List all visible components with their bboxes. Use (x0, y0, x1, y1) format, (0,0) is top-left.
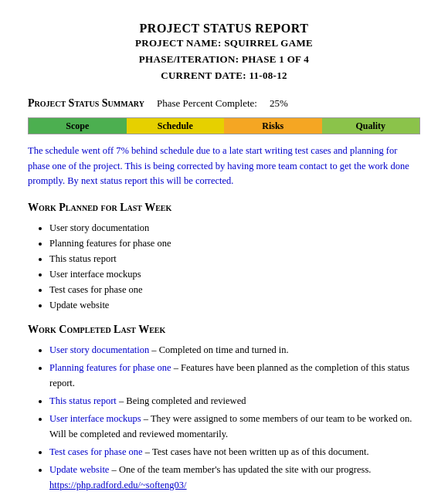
completed-item-desc: – Test cases have not been written up as… (143, 446, 369, 457)
project-name-label: Project Name: (135, 37, 222, 49)
list-item: This status report – Being completed and… (49, 393, 420, 409)
bar-risks: Risks (224, 118, 322, 134)
date-line: Current Date: 11-08-12 (28, 68, 420, 84)
list-item: Test cases for phase one (49, 282, 420, 297)
list-item: User interface mockups (49, 266, 420, 282)
report-header: Project Status Report Project Name: Squi… (28, 22, 420, 83)
completed-item-title: Test cases for phase one (49, 446, 143, 457)
phase-percent-value: 25% (270, 97, 288, 110)
completed-item-desc: – One of the team member's has updated t… (109, 464, 371, 475)
phase-value: Phase 1 of 4 (242, 53, 309, 65)
status-bar: Scope Schedule Risks Quality (28, 117, 420, 134)
phase-line: Phase/Iteration: Phase 1 of 4 (28, 52, 420, 68)
status-summary-label: Project Status Summary (28, 97, 144, 110)
list-item: Planning features for phase one (49, 236, 420, 251)
project-name-value: Squirrel Game (224, 37, 313, 49)
list-item: Update website – One of the team member'… (49, 462, 420, 493)
completed-item-title: Update website (49, 464, 109, 475)
work-completed-heading: Work Completed Last Week (28, 324, 420, 336)
completed-item-title: Planning features for phase one (49, 362, 171, 373)
date-label: Current Date: (161, 70, 246, 81)
phase-label: Phase/Iteration: (139, 53, 239, 65)
list-item: This status report (49, 251, 420, 266)
completed-item-title: This status report (49, 395, 117, 406)
completed-item-title: User story documentation (49, 344, 149, 355)
completed-item-desc: – Completed on time and turned in. (149, 344, 289, 355)
bar-schedule: Schedule (127, 118, 225, 134)
completed-item-desc: – Being completed and reviewed (117, 395, 246, 406)
website-link[interactable]: https://php.radford.edu/~softeng03/ (49, 480, 187, 490)
phase-percent-label: Phase Percent Complete: (157, 97, 257, 110)
status-summary-row: Project Status Summary Phase Percent Com… (28, 97, 420, 110)
summary-text: The schedule went off 7% behind schedule… (28, 144, 420, 188)
work-planned-heading: Work Planned for Last Week (28, 202, 420, 214)
report-title: Project Status Report (28, 22, 420, 36)
completed-item-title: User interface mockups (49, 413, 141, 424)
list-item: User interface mockups – They were assig… (49, 411, 420, 442)
bar-scope: Scope (29, 118, 127, 134)
work-completed-list: User story documentation – Completed on … (28, 342, 420, 493)
work-planned-list: User story documentation Planning featur… (28, 220, 420, 313)
list-item: Update website (49, 297, 420, 313)
list-item: Planning features for phase one – Featur… (49, 360, 420, 391)
list-item: Test cases for phase one – Test cases ha… (49, 444, 420, 460)
bar-quality: Quality (322, 118, 420, 134)
date-value: 11-08-12 (249, 70, 287, 81)
list-item: User story documentation – Completed on … (49, 342, 420, 358)
project-name-line: Project Name: Squirrel Game (28, 36, 420, 52)
list-item: User story documentation (49, 220, 420, 236)
